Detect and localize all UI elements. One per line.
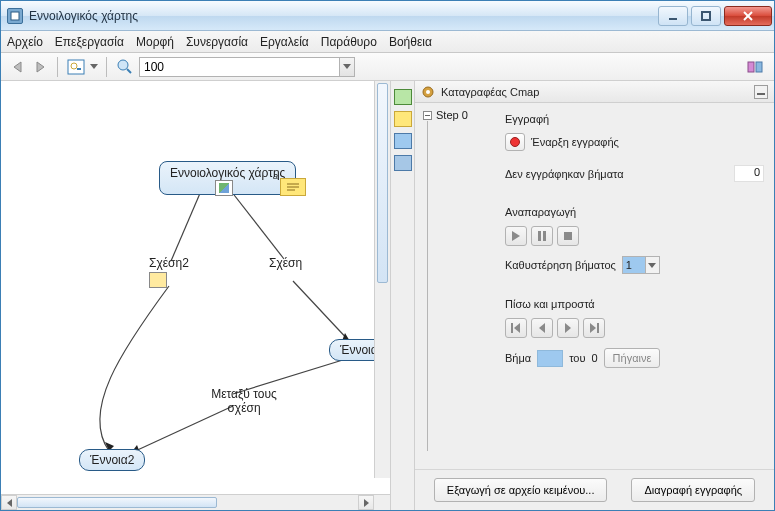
link-label[interactable]: Μεταξύ τους σχέση [199,387,289,415]
svg-line-13 [231,191,284,259]
chevron-down-icon[interactable] [645,257,659,273]
link-label[interactable]: Σχέση2 [149,256,189,288]
panel-title: Καταγραφέας Cmap [441,86,539,98]
tree-root-label: Step 0 [436,109,468,121]
svg-rect-25 [564,232,572,240]
panel-minimize-button[interactable] [754,85,768,99]
svg-point-6 [71,63,77,69]
svg-point-21 [426,90,430,94]
svg-point-8 [118,60,128,70]
chat-view-icon[interactable] [394,133,412,149]
fit-view-icon[interactable] [66,57,86,77]
note-resource-icon[interactable] [280,178,306,196]
first-step-button[interactable] [505,318,527,338]
go-button[interactable]: Πήγαινε [604,348,661,368]
menu-window[interactable]: Παράθυρο [321,35,377,49]
titlebar: Εννοιλογικός χάρτης [1,1,774,31]
panel-footer: Εξαγωγή σε αρχείο κειμένου... Διαγραφή ε… [415,469,774,510]
menu-format[interactable]: Μορφή [136,35,174,49]
tree-line [427,121,428,451]
svg-rect-26 [511,323,513,333]
text-resource-icon[interactable] [149,272,167,288]
app-icon [7,8,23,24]
svg-rect-0 [11,12,19,20]
menu-tools[interactable]: Εργαλεία [260,35,309,49]
prev-step-button[interactable] [531,318,553,338]
app-window: Εννοιλογικός χάρτης Αρχείο Επεξεργασία Μ… [0,0,775,511]
zoom-input[interactable] [140,58,339,76]
canvas-pane: Εννοιολογικός χάρτης Σχέση2 Σχέση [1,81,391,510]
recorder-view-icon[interactable] [394,155,412,171]
list-view-icon[interactable] [394,89,412,105]
magnifier-icon[interactable] [115,57,135,77]
menu-file[interactable]: Αρχείο [7,35,43,49]
gear-icon [421,85,435,99]
zoom-combo[interactable] [139,57,355,77]
side-icon-strip [391,81,415,510]
play-button[interactable] [505,226,527,246]
stop-button[interactable] [557,226,579,246]
image-resource-icon[interactable] [215,180,233,196]
export-button[interactable]: Εξαγωγή σε αρχείο κειμένου... [434,478,608,502]
maximize-button[interactable] [691,6,721,26]
svg-line-14 [293,281,351,343]
svg-rect-23 [538,231,541,241]
chevron-down-icon[interactable] [90,64,98,69]
horizontal-scrollbar[interactable] [1,494,390,510]
svg-rect-27 [597,323,599,333]
styles-icon[interactable] [746,57,766,77]
no-steps-label: Δεν εγγράφηκαν βήματα [505,168,624,180]
step-total: 0 [591,352,597,364]
svg-rect-24 [543,231,546,241]
toolbar [1,53,774,81]
svg-rect-2 [702,12,710,20]
svg-line-9 [127,69,131,73]
svg-rect-11 [756,62,762,72]
cmap-canvas[interactable]: Εννοιολογικός χάρτης Σχέση2 Σχέση [1,81,390,494]
section-record-title: Εγγραφή [505,113,764,125]
notes-view-icon[interactable] [394,111,412,127]
cmap-node[interactable]: Έννοια2 [79,449,145,471]
section-nav-title: Πίσω και μπροστά [505,298,764,310]
close-button[interactable] [724,6,772,26]
start-recording-label: Έναρξη εγγραφής [531,136,619,148]
vertical-scrollbar[interactable] [374,81,390,478]
nav-back-button[interactable] [9,58,27,76]
panel-header: Καταγραφέας Cmap [415,81,774,103]
window-title: Εννοιλογικός χάρτης [29,9,658,23]
node-label: Εννοιολογικός χάρτης [170,166,285,180]
chevron-down-icon[interactable] [339,58,354,76]
step-delay-label: Καθυστέρηση βήματος [505,259,616,271]
step-input[interactable] [537,350,563,367]
svg-rect-10 [748,62,754,72]
pause-button[interactable] [531,226,553,246]
tree-collapse-icon[interactable] [423,111,432,120]
menu-help[interactable]: Βοήθεια [389,35,432,49]
record-icon [510,137,520,147]
last-step-button[interactable] [583,318,605,338]
steps-count: 0 [734,165,764,182]
nav-forward-button[interactable] [31,58,49,76]
record-button[interactable] [505,133,525,151]
svg-line-12 [171,191,201,261]
cmap-root-node[interactable]: Εννοιολογικός χάρτης [159,161,296,195]
minimize-button[interactable] [658,6,688,26]
step-delay-combo[interactable]: 1 [622,256,660,274]
svg-rect-7 [77,68,81,70]
cmap-connectors [1,81,390,494]
recorder-panel: Καταγραφέας Cmap Step 0 Εγγραφή Έναρξη ε… [415,81,774,510]
step-word-a: Βήμα [505,352,531,364]
link-label[interactable]: Σχέση [269,256,302,270]
menu-collab[interactable]: Συνεργασία [186,35,248,49]
next-step-button[interactable] [557,318,579,338]
delete-recording-button[interactable]: Διαγραφή εγγραφής [631,478,755,502]
menu-edit[interactable]: Επεξεργασία [55,35,124,49]
steps-tree[interactable]: Step 0 [415,103,495,469]
step-word-b: του [569,352,585,364]
menubar: Αρχείο Επεξεργασία Μορφή Συνεργασία Εργα… [1,31,774,53]
section-playback-title: Αναπαραγωγή [505,206,764,218]
